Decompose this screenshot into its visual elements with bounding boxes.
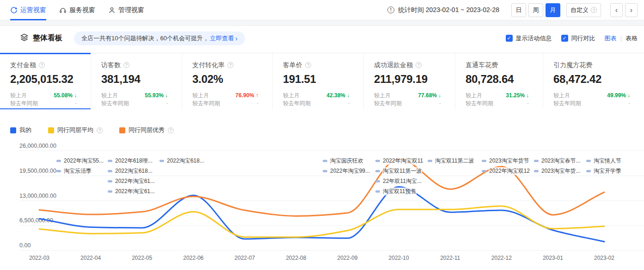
help-icon[interactable] [123, 62, 129, 68]
kpi-mom-row: 较上月76.90%↑ [192, 92, 258, 100]
arrow-down-icon: ↓ [438, 92, 441, 99]
kpi-mom-label: 较上月 [101, 92, 118, 100]
kpi-label: 客单价 [283, 60, 363, 69]
event-annotation[interactable]: 2022年淘宝99... [323, 167, 370, 175]
tab-operations-view[interactable]: 运营视窗 [10, 0, 46, 20]
kpi-card[interactable]: 引力魔方花费68,472.42较上月49.99%↓较去年同期- [543, 53, 644, 109]
board-controls: 显示活动信息 同行对比 图表 | 表格 [506, 34, 638, 43]
help-icon[interactable] [227, 62, 233, 68]
event-annotation[interactable]: 2022年618理... [108, 157, 153, 165]
event-annotation[interactable]: 淘宝乐活季 [56, 167, 92, 175]
event-flag-icon [108, 170, 112, 172]
event-annotation[interactable]: 淘宝情人节 [586, 157, 622, 165]
view-chart-link[interactable]: 图表 [605, 34, 617, 43]
help-icon[interactable] [416, 62, 422, 68]
kpi-value: 2,205,015.32 [10, 71, 91, 87]
kpi-mom-value: 31.25%↓ [506, 92, 529, 100]
tab-label: 服务视窗 [69, 6, 95, 14]
line-series-同行同层平均 [39, 206, 604, 237]
event-annotation[interactable]: 淘宝开学季 [586, 167, 622, 175]
kpi-yoy-row: 较去年同期- [553, 100, 630, 107]
view-tabs: 运营视窗服务视窗管理视窗 [10, 0, 144, 20]
event-flag-icon [56, 160, 61, 162]
kpi-label-text: 成功退款金额 [374, 60, 413, 69]
kpi-card[interactable]: 客单价191.51较上月42.38%↓较去年同期- [273, 53, 364, 109]
kpi-card[interactable]: 成功退款金额211,979.19较上月77.68%↓较去年同期- [364, 53, 455, 109]
view-table-link[interactable]: 表格 [626, 34, 638, 43]
event-annotation[interactable]: 2022淘宝618... [159, 157, 205, 165]
event-annotation-label: 淘宝双11预售 [382, 188, 417, 195]
kpi-label-text: 支付转化率 [192, 60, 225, 69]
kpi-yoy-label: 较去年同期 [283, 100, 311, 107]
kpi-yoy-value: - [628, 100, 630, 107]
event-annotation-label: 2022年淘宝61... [115, 177, 155, 185]
activity-checkbox[interactable] [506, 35, 513, 42]
event-annotation-label: 淘宝开学季 [593, 167, 622, 175]
kpi-card[interactable]: 直通车花费80,728.64较上月31.25%↓较去年同期- [455, 53, 543, 109]
period-button-月[interactable]: 月 [546, 3, 560, 17]
kpi-label: 直通车花费 [466, 60, 543, 69]
kpi-label-text: 访客数 [101, 60, 121, 69]
event-flag-icon [108, 180, 112, 182]
period-button-周[interactable]: 周 [528, 3, 543, 17]
kpi-card[interactable]: 访客数381,194较上月55.93%↓较去年同期- [91, 53, 182, 109]
kpi-yoy-value: - [166, 100, 168, 107]
kpi-label: 访客数 [101, 60, 182, 69]
event-annotation[interactable]: 22年双11淘宝... [375, 177, 422, 185]
help-icon[interactable] [39, 62, 45, 68]
help-icon[interactable] [305, 62, 311, 68]
kpi-yoy-label: 较去年同期 [101, 100, 129, 107]
event-annotation[interactable]: 淘宝双11预售 [375, 187, 417, 195]
kpi-card[interactable]: 支付转化率3.02%较上月76.90%↑较去年同期- [182, 53, 273, 109]
kpi-yoy-value: - [527, 100, 529, 107]
event-annotation[interactable]: 淘宝双11第二波 [428, 157, 474, 165]
event-flag-icon [323, 170, 327, 172]
event-flag-icon [375, 190, 380, 193]
tab-service-view[interactable]: 服务视窗 [59, 0, 95, 20]
event-annotation[interactable]: 2022年淘宝61... [108, 187, 155, 195]
topbar: 运营视窗服务视窗管理视窗 统计时间 2023-02-01 ~ 2023-02-2… [0, 0, 644, 20]
event-annotation[interactable]: 2022年淘宝双12 [482, 167, 530, 175]
tab-management-view[interactable]: 管理视窗 [108, 0, 144, 20]
prev-period-button[interactable]: ‹ [610, 3, 623, 17]
event-annotation[interactable]: 淘宝双11第一波 [375, 167, 422, 175]
kpi-card[interactable]: 支付金额2,205,015.32较上月55.08%↓较去年同期- [0, 53, 91, 109]
event-annotation[interactable]: 2022年淘宝61... [108, 177, 155, 185]
peer-compare-checkbox-label: 同行对比 [571, 34, 595, 43]
info-icon [387, 6, 394, 13]
event-annotation-label: 2022年淘宝99... [330, 167, 370, 175]
peer-compare-checkbox[interactable] [561, 35, 568, 42]
event-annotation-label: 22年双11淘宝... [382, 177, 422, 185]
event-annotation-label: 淘宝国庆狂欢 [330, 157, 364, 165]
event-annotation-label: 2022年淘宝55... [63, 157, 104, 165]
event-annotation[interactable]: 2023淘宝年货节 [482, 157, 530, 165]
period-button-日[interactable]: 日 [511, 3, 526, 17]
custom-period-button[interactable]: 自定义 [566, 3, 601, 17]
kpi-yoy-row: 较去年同期- [283, 100, 350, 107]
arrow-down-icon: ↓ [347, 92, 350, 99]
event-annotation[interactable]: 2023淘宝年货... [534, 167, 581, 175]
kpi-label-text: 支付金额 [10, 60, 36, 69]
toggle-peer-compare: 同行对比 [561, 34, 595, 43]
kpi-mom-value: 55.93%↓ [145, 92, 168, 100]
view-divider: | [620, 35, 622, 42]
kpi-yoy-value: - [439, 100, 441, 107]
event-flag-icon [375, 180, 380, 182]
kpi-yoy-label: 较去年同期 [10, 100, 38, 107]
event-annotation[interactable]: 2022年淘宝55... [56, 157, 104, 165]
event-annotation[interactable]: 2023淘宝春节... [534, 157, 581, 165]
view-now-link[interactable]: 立即查看 [210, 34, 234, 43]
event-flag-icon [482, 160, 486, 162]
stat-time-area: 统计时间 2023-02-01 ~ 2023-02-28 日周月 自定义 ‹ › [387, 3, 638, 17]
service-view-icon [59, 6, 67, 14]
event-annotation-label: 2022年618理... [115, 157, 153, 165]
next-period-button[interactable]: › [625, 3, 638, 17]
event-annotation[interactable]: 2022淘宝618... [108, 167, 153, 175]
board-header: 整体看板 全店一共有10个问题待解决，60个机会可提升， 立即查看 › 显示活动… [0, 26, 644, 50]
kpi-compare-rows: 较上月49.99%↓较去年同期- [553, 92, 630, 107]
kpi-yoy-row: 较去年同期- [10, 100, 77, 107]
help-icon [591, 7, 597, 13]
event-annotation[interactable]: 2022年淘宝双11 [375, 157, 423, 165]
kpi-label: 支付转化率 [192, 60, 272, 69]
event-annotation[interactable]: 淘宝国庆狂欢 [323, 157, 364, 165]
